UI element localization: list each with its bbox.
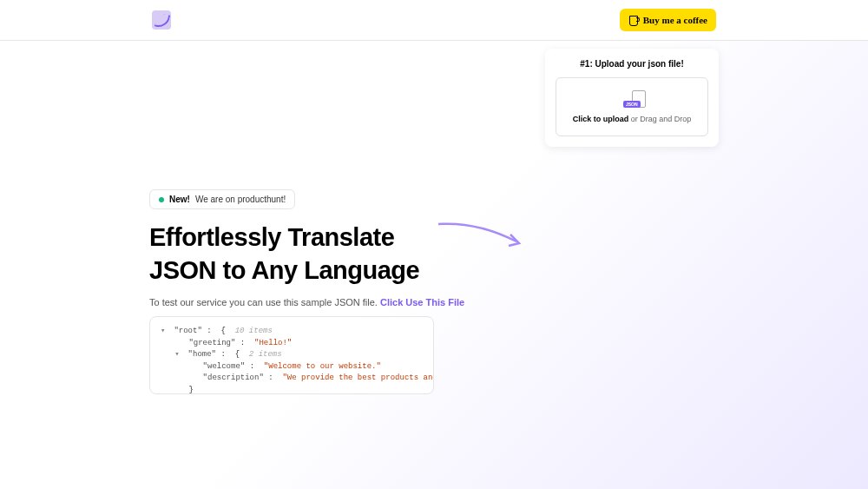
- json-file-icon: [625, 90, 639, 108]
- coffee-icon: [628, 14, 639, 26]
- hero-title-line2: JSON to Any Language: [149, 256, 419, 284]
- subtitle: To test our service you can use this sam…: [149, 297, 583, 307]
- status-dot-icon: [159, 197, 164, 202]
- header: Buy me a coffee: [0, 0, 868, 41]
- json-line: ▾ "root" : { 10 items: [161, 326, 423, 338]
- sample-file-link[interactable]: Click Use This File: [380, 297, 464, 307]
- hero-title-line1: Effortlessly Translate: [149, 223, 394, 251]
- hero-title: Effortlessly Translate JSON to Any Langu…: [149, 221, 583, 287]
- json-line: "welcome" : "Welcome to our website.": [161, 361, 423, 373]
- upload-dropzone[interactable]: Click to upload or Drag and Drop: [556, 77, 708, 136]
- logo[interactable]: [152, 10, 171, 30]
- buy-coffee-button[interactable]: Buy me a coffee: [620, 9, 716, 31]
- upload-click-label: Click to upload: [573, 115, 629, 123]
- json-preview-box: ▾ "root" : { 10 items "greeting" : "Hell…: [149, 316, 434, 394]
- json-line: }: [161, 385, 423, 395]
- main-content: New! We are on producthunt! Effortlessly…: [149, 189, 583, 394]
- upload-step-title: #1: Upload your json file!: [556, 59, 708, 69]
- badge-text: We are on producthunt!: [195, 195, 286, 204]
- subtitle-text: To test our service you can use this sam…: [149, 297, 380, 307]
- upload-or-text: or Drag and Drop: [628, 115, 691, 123]
- json-line: ▾ "home" : { 2 items: [161, 349, 423, 361]
- badge-new-label: New!: [169, 195, 190, 204]
- producthunt-badge[interactable]: New! We are on producthunt!: [149, 189, 295, 209]
- json-line: "greeting" : "Hello!": [161, 338, 423, 350]
- json-line: "description" : "We provide the best pro…: [161, 373, 423, 385]
- upload-panel: #1: Upload your json file! Click to uplo…: [545, 49, 719, 147]
- upload-text: Click to upload or Drag and Drop: [565, 115, 699, 123]
- coffee-button-label: Buy me a coffee: [643, 15, 707, 25]
